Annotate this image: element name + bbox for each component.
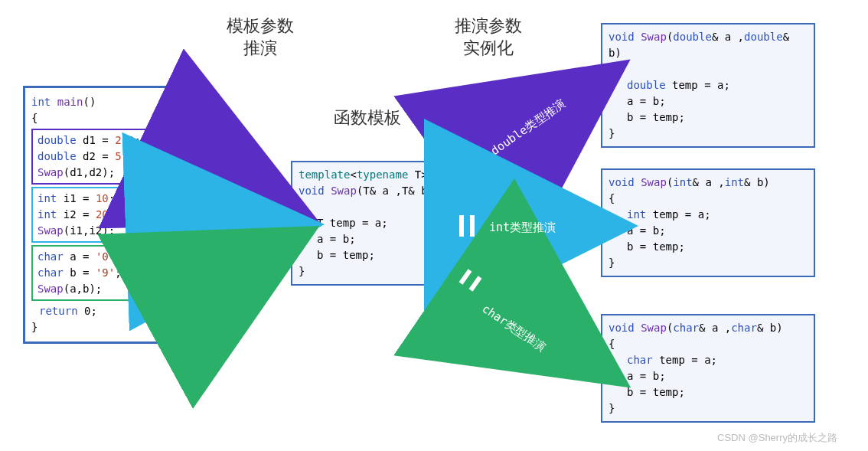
char-swap-box: void Swap(char& a ,char& b) { char temp … bbox=[601, 314, 815, 423]
title-deduce-param: 推演参数 实例化 bbox=[427, 15, 550, 59]
tag-char: char类型推演 bbox=[476, 299, 552, 358]
int-swap-box: void Swap(int& a ,int& b) { int temp = a… bbox=[601, 168, 815, 277]
title-function-template: 函数模板 bbox=[314, 107, 421, 129]
char-call-block: char a = '0'; char b = '9'; Swap(a,b); bbox=[31, 245, 168, 301]
svg-line-3 bbox=[180, 157, 285, 207]
template-code-box: template<typename T> void Swap(T& a ,T& … bbox=[291, 161, 452, 286]
tag-int: int类型推演 bbox=[486, 219, 559, 237]
svg-line-8 bbox=[469, 162, 478, 174]
svg-line-12 bbox=[455, 268, 596, 364]
int-call-block: int i1 = 10; int i2 = 20; Swap(i1,i2); bbox=[31, 187, 168, 243]
svg-line-14 bbox=[471, 277, 480, 290]
svg-line-13 bbox=[461, 270, 470, 283]
svg-line-5 bbox=[180, 245, 285, 302]
double-swap-box: void Swap(double& a ,double& b) { double… bbox=[601, 23, 815, 148]
double-call-block: double d1 = 2.0; double d2 = 5.0; Swap(d… bbox=[31, 129, 168, 185]
title-template-param: 模板参数 推演 bbox=[199, 15, 321, 59]
svg-line-7 bbox=[459, 155, 468, 167]
main-code-box: int main() { double d1 = 2.0; double d2 … bbox=[23, 86, 176, 344]
watermark: CSDN @Sherry的成长之路 bbox=[717, 431, 837, 445]
tag-double: double类型推演 bbox=[485, 93, 571, 162]
svg-line-4 bbox=[180, 226, 285, 230]
